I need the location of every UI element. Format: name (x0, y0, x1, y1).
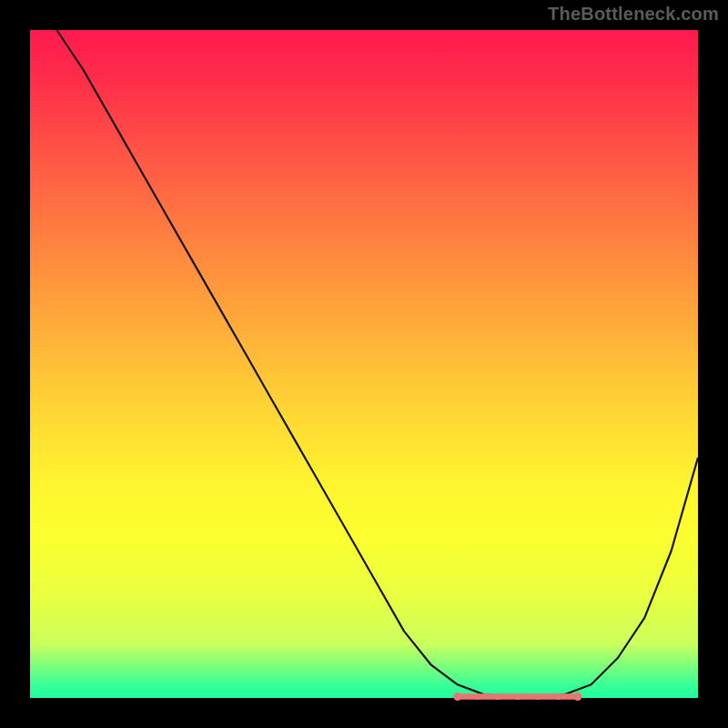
svg-point-8 (453, 693, 461, 701)
svg-point-9 (573, 693, 581, 701)
watermark-text: TheBottleneck.com (548, 4, 719, 25)
svg-point-3 (494, 693, 500, 700)
svg-point-6 (554, 693, 561, 700)
svg-point-4 (514, 693, 521, 700)
svg-point-2 (474, 693, 480, 700)
curve-svg (30, 30, 698, 698)
svg-point-5 (534, 693, 541, 700)
bottleneck-curve (56, 30, 698, 697)
optimal-flat-region (453, 693, 581, 701)
chart-plot-area (30, 30, 698, 698)
